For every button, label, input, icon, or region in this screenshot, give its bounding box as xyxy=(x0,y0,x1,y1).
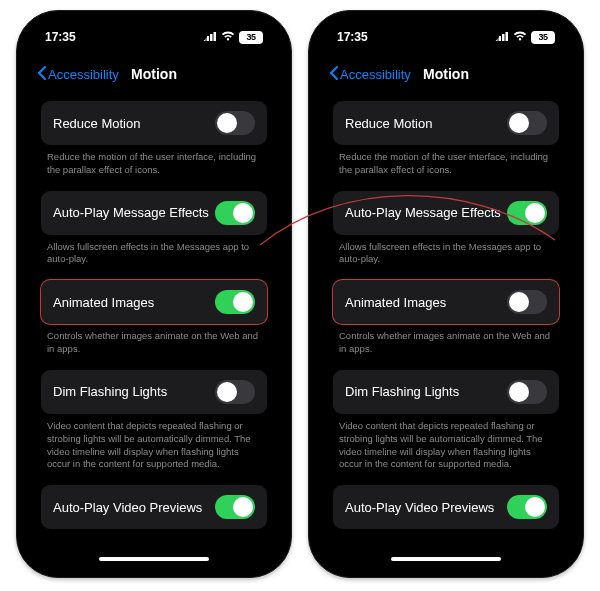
row-label: Reduce Motion xyxy=(53,116,140,131)
toggle-dim-flashing-lights[interactable] xyxy=(507,380,547,404)
svg-rect-3 xyxy=(214,32,217,41)
page-title: Motion xyxy=(131,66,177,82)
status-time: 17:35 xyxy=(45,30,76,44)
row-label: Animated Images xyxy=(53,295,154,310)
row-footer: Video content that depicts repeated flas… xyxy=(41,414,267,485)
screen: 17:35 35 Accessibility Motion xyxy=(27,21,281,567)
row-dim-flashing-lights[interactable]: Dim Flashing Lights xyxy=(333,370,559,414)
nav-bar: Accessibility Motion xyxy=(319,59,573,89)
row-label: Auto-Play Message Effects xyxy=(53,205,209,220)
chevron-left-icon xyxy=(37,66,46,83)
settings-list: Reduce Motion Reduce the motion of the u… xyxy=(27,93,281,567)
notch xyxy=(391,21,501,45)
back-button[interactable]: Accessibility xyxy=(37,66,119,83)
wifi-icon xyxy=(513,30,527,44)
battery-badge: 35 xyxy=(239,31,263,44)
toggle-auto-play-video-previews[interactable] xyxy=(215,495,255,519)
wifi-icon xyxy=(221,30,235,44)
home-indicator xyxy=(391,557,501,561)
row-footer: Allows fullscreen effects in the Message… xyxy=(333,235,559,281)
toggle-reduce-motion[interactable] xyxy=(215,111,255,135)
back-button[interactable]: Accessibility xyxy=(329,66,411,83)
status-time: 17:35 xyxy=(337,30,368,44)
row-label: Dim Flashing Lights xyxy=(345,384,459,399)
row-footer: Reduce the motion of the user interface,… xyxy=(333,145,559,191)
screen: 17:35 35 Accessibility Motion xyxy=(319,21,573,567)
row-animated-images[interactable]: Animated Images xyxy=(333,280,559,324)
settings-list: Reduce Motion Reduce the motion of the u… xyxy=(319,93,573,567)
row-auto-play-message-effects[interactable]: Auto-Play Message Effects xyxy=(333,191,559,235)
row-label: Dim Flashing Lights xyxy=(53,384,167,399)
row-footer: Video content that depicts repeated flas… xyxy=(333,414,559,485)
row-label: Auto-Play Message Effects xyxy=(345,205,501,220)
phone-frame-left: 17:35 35 Accessibility Motion xyxy=(16,10,292,578)
toggle-auto-play-message-effects[interactable] xyxy=(215,201,255,225)
row-label: Auto-Play Video Previews xyxy=(53,500,202,515)
row-auto-play-video-previews[interactable]: Auto-Play Video Previews xyxy=(333,485,559,529)
row-label: Auto-Play Video Previews xyxy=(345,500,494,515)
svg-rect-7 xyxy=(506,32,509,41)
svg-rect-6 xyxy=(502,34,505,41)
notch xyxy=(99,21,209,45)
row-auto-play-video-previews[interactable]: Auto-Play Video Previews xyxy=(41,485,267,529)
row-dim-flashing-lights[interactable]: Dim Flashing Lights xyxy=(41,370,267,414)
nav-bar: Accessibility Motion xyxy=(27,59,281,89)
row-footer: Reduce the motion of the user interface,… xyxy=(41,145,267,191)
svg-rect-2 xyxy=(210,34,213,41)
toggle-dim-flashing-lights[interactable] xyxy=(215,380,255,404)
row-auto-play-message-effects[interactable]: Auto-Play Message Effects xyxy=(41,191,267,235)
toggle-reduce-motion[interactable] xyxy=(507,111,547,135)
toggle-auto-play-message-effects[interactable] xyxy=(507,201,547,225)
phone-frame-right: 17:35 35 Accessibility Motion xyxy=(308,10,584,578)
toggle-animated-images[interactable] xyxy=(507,290,547,314)
battery-badge: 35 xyxy=(531,31,555,44)
row-footer: Controls whether images animate on the W… xyxy=(41,324,267,370)
back-label: Accessibility xyxy=(48,67,119,82)
row-footer: Allows fullscreen effects in the Message… xyxy=(41,235,267,281)
toggle-auto-play-video-previews[interactable] xyxy=(507,495,547,519)
page-title: Motion xyxy=(423,66,469,82)
back-label: Accessibility xyxy=(340,67,411,82)
row-animated-images[interactable]: Animated Images xyxy=(41,280,267,324)
home-indicator xyxy=(99,557,209,561)
chevron-left-icon xyxy=(329,66,338,83)
row-reduce-motion[interactable]: Reduce Motion xyxy=(333,101,559,145)
row-footer: Controls whether images animate on the W… xyxy=(333,324,559,370)
toggle-animated-images[interactable] xyxy=(215,290,255,314)
row-label: Animated Images xyxy=(345,295,446,310)
row-reduce-motion[interactable]: Reduce Motion xyxy=(41,101,267,145)
row-label: Reduce Motion xyxy=(345,116,432,131)
